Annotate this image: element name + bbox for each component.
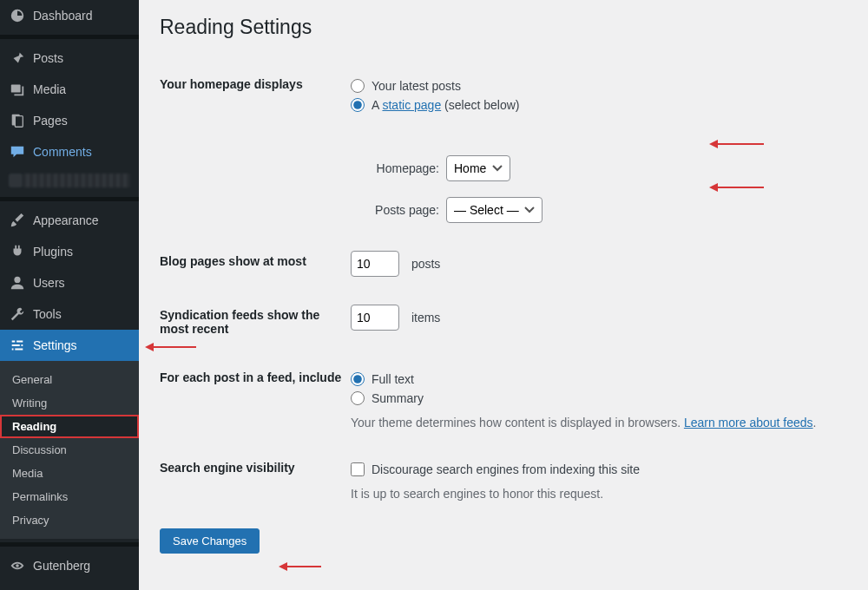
sidebar-item-label: Users — [33, 276, 65, 290]
sidebar-item-pages[interactable]: Pages — [0, 105, 139, 136]
discourage-checkbox[interactable] — [351, 462, 365, 476]
blog-pages-unit: posts — [411, 257, 440, 271]
sidebar-item-comments[interactable]: Comments — [0, 136, 139, 167]
feed-description: Your theme determines how content is dis… — [351, 416, 847, 429]
sidebar-item-label: Dashboard — [33, 9, 93, 23]
search-visibility-heading: Search engine visibility — [160, 443, 351, 515]
radio-latest-posts-label: Your latest posts — [372, 79, 461, 93]
obscured-label — [23, 174, 130, 187]
sidebar-item-users[interactable]: Users — [0, 267, 139, 298]
settings-submenu: General Writing Reading Discussion Media… — [0, 361, 139, 539]
user-icon — [9, 274, 26, 292]
svg-point-3 — [14, 277, 20, 283]
wrench-icon — [9, 305, 26, 323]
sidebar-item-label: Settings — [33, 338, 77, 352]
radio-summary[interactable] — [351, 391, 365, 405]
sidebar-item-settings[interactable]: Settings — [0, 330, 139, 361]
sidebar-item-label: Appearance — [33, 213, 99, 227]
sidebar-item-label: Tools — [33, 307, 62, 321]
homepage-displays-heading: Your homepage displays — [160, 60, 351, 237]
menu-separator — [0, 35, 139, 39]
annotation-arrow-icon — [712, 143, 764, 145]
radio-full-text-label: Full text — [372, 372, 414, 386]
gutenberg-icon — [9, 557, 26, 574]
sidebar-item-obscured[interactable] — [0, 167, 139, 193]
sidebar-item-appearance[interactable]: Appearance — [0, 205, 139, 236]
pages-icon — [9, 112, 26, 129]
submenu-permalinks[interactable]: Permalinks — [0, 485, 139, 508]
posts-page-select-label: Posts page: — [372, 203, 439, 217]
syndication-input[interactable] — [351, 305, 399, 331]
brush-icon — [9, 212, 26, 229]
syndication-heading: Syndication feeds show the most recent — [160, 291, 351, 353]
sidebar-item-label: Media — [33, 82, 66, 96]
homepage-select-label: Homepage: — [372, 161, 439, 175]
page-title: Reading Settings — [160, 16, 847, 39]
submenu-reading[interactable]: Reading — [0, 415, 139, 438]
svg-rect-0 — [11, 85, 21, 93]
admin-sidebar: Dashboard Posts Media Pages Comments App… — [0, 0, 139, 590]
blog-pages-heading: Blog pages show at most — [160, 237, 351, 291]
submenu-writing[interactable]: Writing — [0, 391, 139, 415]
radio-full-text-row: Full text — [351, 372, 847, 386]
posts-page-select-row: Posts page: — Select — — [372, 197, 847, 223]
discourage-checkbox-row: Discourage search engines from indexing … — [351, 462, 847, 476]
radio-full-text[interactable] — [351, 372, 365, 386]
homepage-select-row: Homepage: Home — [372, 155, 847, 181]
submenu-privacy[interactable]: Privacy — [0, 508, 139, 532]
sidebar-item-gutenberg[interactable]: Gutenberg — [0, 550, 139, 581]
annotation-arrow-icon — [148, 346, 196, 348]
sidebar-item-label: Gutenberg — [33, 559, 90, 573]
radio-static-page-label: A static page (select below) — [372, 98, 519, 112]
sidebar-item-dashboard[interactable]: Dashboard — [0, 0, 139, 31]
sidebar-item-label: Posts — [33, 51, 63, 65]
feed-include-heading: For each post in a feed, include — [160, 353, 351, 443]
syndication-unit: items — [411, 311, 440, 324]
search-visibility-note: It is up to search engines to honor this… — [351, 487, 847, 501]
radio-static-page[interactable] — [351, 98, 365, 112]
sidebar-item-label: Plugins — [33, 245, 73, 259]
static-page-link[interactable]: static page — [382, 98, 441, 112]
sidebar-item-plugins[interactable]: Plugins — [0, 236, 139, 267]
settings-sliders-icon — [9, 337, 26, 354]
discourage-checkbox-label: Discourage search engines from indexing … — [372, 462, 640, 476]
blog-pages-input[interactable] — [351, 251, 399, 277]
menu-separator — [0, 542, 139, 547]
content-area: Reading Settings Your homepage displays … — [139, 0, 868, 590]
sidebar-item-label: Comments — [33, 145, 92, 159]
pin-icon — [9, 49, 26, 67]
submenu-media[interactable]: Media — [0, 462, 139, 485]
sidebar-item-label: Pages — [33, 114, 68, 128]
submenu-general[interactable]: General — [0, 368, 139, 391]
radio-summary-label: Summary — [372, 391, 424, 405]
settings-form: Your homepage displays Your latest posts… — [160, 60, 847, 515]
plugin-icon — [9, 243, 26, 260]
radio-latest-posts[interactable] — [351, 79, 365, 93]
menu-separator — [0, 197, 139, 201]
svg-point-4 — [16, 564, 19, 567]
sidebar-item-posts[interactable]: Posts — [0, 43, 139, 74]
annotation-arrow-icon — [712, 187, 764, 188]
radio-summary-row: Summary — [351, 391, 847, 405]
homepage-select[interactable]: Home — [446, 155, 510, 181]
radio-latest-posts-row: Your latest posts — [351, 79, 847, 93]
custom-plugin-icon — [9, 174, 23, 187]
radio-static-page-row: A static page (select below) — [351, 98, 847, 112]
annotation-arrow-icon — [281, 566, 321, 567]
save-button[interactable]: Save Changes — [160, 528, 260, 554]
media-icon — [9, 81, 26, 98]
sidebar-item-media[interactable]: Media — [0, 74, 139, 105]
sidebar-item-tools[interactable]: Tools — [0, 298, 139, 330]
dashboard-icon — [9, 7, 26, 24]
submenu-discussion[interactable]: Discussion — [0, 438, 139, 462]
comment-icon — [9, 143, 26, 161]
learn-about-feeds-link[interactable]: Learn more about feeds — [684, 416, 813, 429]
svg-rect-2 — [15, 116, 23, 128]
posts-page-select[interactable]: — Select — — [446, 197, 542, 223]
